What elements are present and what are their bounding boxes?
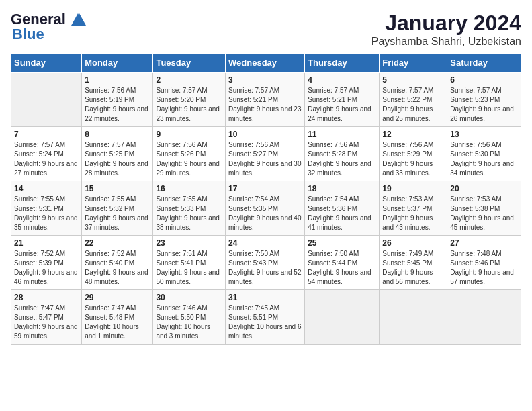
day-info: Sunrise: 7:49 AMSunset: 5:45 PMDaylight:… [382, 249, 444, 287]
week-row-2: 14Sunrise: 7:55 AMSunset: 5:31 PMDayligh… [11, 181, 521, 236]
day-number: 25 [308, 238, 376, 248]
day-number: 30 [156, 293, 222, 302]
day-number: 11 [308, 130, 376, 139]
day-info: Sunrise: 7:50 AMSunset: 5:44 PMDaylight:… [308, 249, 376, 287]
calendar-cell: 23Sunrise: 7:51 AMSunset: 5:41 PMDayligh… [153, 236, 226, 290]
day-number: 17 [228, 184, 302, 193]
week-row-3: 21Sunrise: 7:52 AMSunset: 5:39 PMDayligh… [11, 236, 521, 290]
day-info: Sunrise: 7:57 AMSunset: 5:22 PMDaylight:… [382, 86, 444, 124]
calendar-table: Sunday Monday Tuesday Wednesday Thursday… [11, 53, 521, 345]
day-number: 2 [156, 75, 222, 85]
calendar-cell: 17Sunrise: 7:54 AMSunset: 5:35 PMDayligh… [226, 181, 305, 236]
calendar-cell: 30Sunrise: 7:46 AMSunset: 5:50 PMDayligh… [153, 290, 226, 345]
calendar-cell: 20Sunrise: 7:53 AMSunset: 5:38 PMDayligh… [447, 181, 521, 236]
week-row-1: 7Sunrise: 7:57 AMSunset: 5:24 PMDaylight… [11, 127, 521, 181]
day-info: Sunrise: 7:53 AMSunset: 5:37 PMDaylight:… [382, 195, 444, 232]
day-info: Sunrise: 7:51 AMSunset: 5:41 PMDaylight:… [156, 249, 222, 287]
day-info: Sunrise: 7:57 AMSunset: 5:24 PMDaylight:… [14, 140, 79, 178]
day-info: Sunrise: 7:48 AMSunset: 5:46 PMDaylight:… [450, 249, 518, 287]
day-info: Sunrise: 7:57 AMSunset: 5:20 PMDaylight:… [156, 86, 222, 124]
calendar-cell: 3Sunrise: 7:57 AMSunset: 5:21 PMDaylight… [226, 73, 305, 127]
day-number: 16 [156, 184, 222, 193]
calendar-cell: 12Sunrise: 7:56 AMSunset: 5:29 PMDayligh… [380, 127, 447, 181]
calendar-cell: 24Sunrise: 7:50 AMSunset: 5:43 PMDayligh… [226, 236, 305, 290]
day-info: Sunrise: 7:47 AMSunset: 5:48 PMDaylight:… [85, 304, 150, 341]
day-number: 22 [85, 238, 150, 248]
day-info: Sunrise: 7:56 AMSunset: 5:30 PMDaylight:… [450, 140, 518, 178]
day-number: 8 [85, 130, 150, 139]
day-number: 26 [382, 238, 444, 248]
day-number: 3 [228, 75, 302, 85]
calendar-cell: 1Sunrise: 7:56 AMSunset: 5:19 PMDaylight… [82, 73, 153, 127]
day-number: 23 [156, 238, 222, 248]
logo-icon [69, 12, 87, 27]
day-number: 19 [382, 184, 444, 193]
calendar-cell: 2Sunrise: 7:57 AMSunset: 5:20 PMDaylight… [153, 73, 226, 127]
calendar-cell: 26Sunrise: 7:49 AMSunset: 5:45 PMDayligh… [380, 236, 447, 290]
calendar-cell: 19Sunrise: 7:53 AMSunset: 5:37 PMDayligh… [380, 181, 447, 236]
day-number: 9 [156, 130, 222, 139]
calendar-cell: 4Sunrise: 7:57 AMSunset: 5:21 PMDaylight… [305, 73, 380, 127]
calendar-cell: 18Sunrise: 7:54 AMSunset: 5:36 PMDayligh… [305, 181, 380, 236]
calendar-title: January 2024 [371, 11, 521, 36]
calendar-cell: 8Sunrise: 7:57 AMSunset: 5:25 PMDaylight… [82, 127, 153, 181]
day-number: 6 [450, 75, 518, 85]
calendar-cell: 14Sunrise: 7:55 AMSunset: 5:31 PMDayligh… [11, 181, 82, 236]
logo: General Blue [11, 11, 87, 43]
day-info: Sunrise: 7:50 AMSunset: 5:43 PMDaylight:… [228, 249, 302, 287]
day-info: Sunrise: 7:55 AMSunset: 5:33 PMDaylight:… [156, 195, 222, 232]
day-info: Sunrise: 7:53 AMSunset: 5:38 PMDaylight:… [450, 195, 518, 232]
day-number: 29 [85, 293, 150, 302]
day-info: Sunrise: 7:54 AMSunset: 5:35 PMDaylight:… [228, 195, 302, 232]
week-row-4: 28Sunrise: 7:47 AMSunset: 5:47 PMDayligh… [11, 290, 521, 345]
calendar-cell: 6Sunrise: 7:57 AMSunset: 5:23 PMDaylight… [447, 73, 521, 127]
day-info: Sunrise: 7:52 AMSunset: 5:39 PMDaylight:… [14, 249, 79, 287]
day-number: 27 [450, 238, 518, 248]
week-row-0: 1Sunrise: 7:56 AMSunset: 5:19 PMDaylight… [11, 73, 521, 127]
day-info: Sunrise: 7:57 AMSunset: 5:25 PMDaylight:… [85, 140, 150, 178]
day-info: Sunrise: 7:57 AMSunset: 5:21 PMDaylight:… [228, 86, 302, 124]
day-info: Sunrise: 7:57 AMSunset: 5:23 PMDaylight:… [450, 86, 518, 124]
day-number: 31 [228, 293, 302, 302]
header-tuesday: Tuesday [153, 54, 226, 73]
header-saturday: Saturday [447, 54, 521, 73]
header-friday: Friday [380, 54, 447, 73]
calendar-cell: 7Sunrise: 7:57 AMSunset: 5:24 PMDaylight… [11, 127, 82, 181]
day-number: 15 [85, 184, 150, 193]
calendar-cell [380, 290, 447, 345]
day-info: Sunrise: 7:45 AMSunset: 5:51 PMDaylight:… [228, 304, 302, 341]
day-number: 28 [14, 293, 79, 302]
calendar-subtitle: Payshamba Shahri, Uzbekistan [371, 36, 521, 48]
calendar-cell: 31Sunrise: 7:45 AMSunset: 5:51 PMDayligh… [226, 290, 305, 345]
calendar-cell: 28Sunrise: 7:47 AMSunset: 5:47 PMDayligh… [11, 290, 82, 345]
title-block: January 2024 Payshamba Shahri, Uzbekista… [371, 11, 521, 48]
calendar-cell: 22Sunrise: 7:52 AMSunset: 5:40 PMDayligh… [82, 236, 153, 290]
day-info: Sunrise: 7:56 AMSunset: 5:29 PMDaylight:… [382, 140, 444, 178]
day-info: Sunrise: 7:56 AMSunset: 5:28 PMDaylight:… [308, 140, 376, 178]
calendar-cell [11, 73, 82, 127]
logo-blue-text: Blue [12, 26, 44, 43]
calendar-cell: 10Sunrise: 7:56 AMSunset: 5:27 PMDayligh… [226, 127, 305, 181]
day-info: Sunrise: 7:56 AMSunset: 5:19 PMDaylight:… [85, 86, 150, 124]
day-info: Sunrise: 7:47 AMSunset: 5:47 PMDaylight:… [14, 304, 79, 341]
day-number: 1 [85, 75, 150, 85]
header-monday: Monday [82, 54, 153, 73]
calendar-cell: 13Sunrise: 7:56 AMSunset: 5:30 PMDayligh… [447, 127, 521, 181]
day-info: Sunrise: 7:57 AMSunset: 5:21 PMDaylight:… [308, 86, 376, 124]
calendar-cell: 29Sunrise: 7:47 AMSunset: 5:48 PMDayligh… [82, 290, 153, 345]
calendar-cell: 16Sunrise: 7:55 AMSunset: 5:33 PMDayligh… [153, 181, 226, 236]
header-sunday: Sunday [11, 54, 82, 73]
day-number: 4 [308, 75, 376, 85]
header-wednesday: Wednesday [226, 54, 305, 73]
day-number: 14 [14, 184, 79, 193]
day-info: Sunrise: 7:54 AMSunset: 5:36 PMDaylight:… [308, 195, 376, 232]
calendar-cell [305, 290, 380, 345]
day-number: 10 [228, 130, 302, 139]
calendar-cell: 9Sunrise: 7:56 AMSunset: 5:26 PMDaylight… [153, 127, 226, 181]
calendar-cell: 11Sunrise: 7:56 AMSunset: 5:28 PMDayligh… [305, 127, 380, 181]
calendar-cell: 15Sunrise: 7:55 AMSunset: 5:32 PMDayligh… [82, 181, 153, 236]
calendar-cell: 21Sunrise: 7:52 AMSunset: 5:39 PMDayligh… [11, 236, 82, 290]
header-row: Sunday Monday Tuesday Wednesday Thursday… [11, 54, 521, 73]
day-number: 13 [450, 130, 518, 139]
day-number: 12 [382, 130, 444, 139]
